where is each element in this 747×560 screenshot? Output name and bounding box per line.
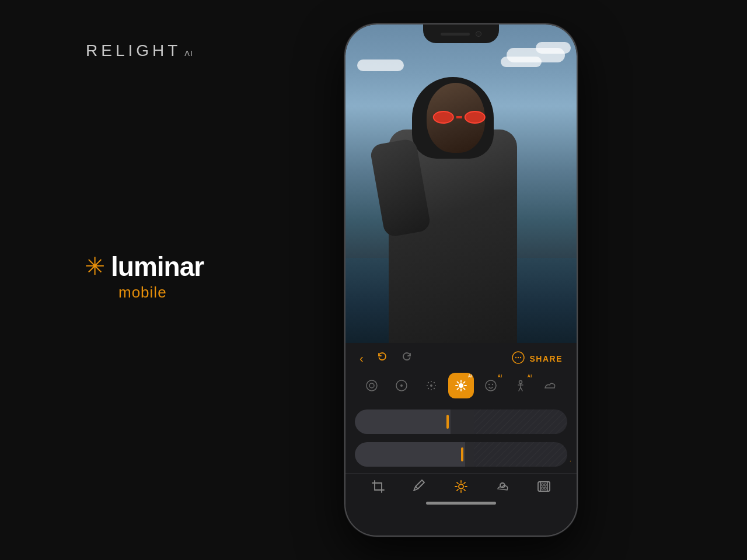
- svg-point-29: [519, 381, 522, 384]
- luminar-mobile-label: mobile: [118, 284, 204, 302]
- ai-superscript: AI: [184, 49, 193, 58]
- svg-point-7: [400, 384, 403, 387]
- tool-adjust[interactable]: [359, 373, 385, 398]
- svg-point-2: [518, 357, 519, 358]
- nav-light[interactable]: [454, 480, 468, 494]
- svg-rect-64: [542, 487, 543, 489]
- svg-line-57: [457, 489, 458, 491]
- notch-camera: [476, 31, 481, 37]
- phone-frame: ‹: [344, 23, 578, 537]
- slider-fill-left-1: [355, 410, 451, 434]
- svg-point-15: [427, 385, 428, 386]
- phone-mockup: ‹: [344, 23, 578, 537]
- svg-point-9: [428, 382, 429, 383]
- svg-point-17: [459, 383, 463, 388]
- bottom-nav: [345, 473, 577, 497]
- phone-screen: ‹: [345, 24, 577, 536]
- svg-point-10: [434, 382, 435, 383]
- svg-line-24: [463, 382, 465, 383]
- nav-weather[interactable]: [495, 480, 509, 494]
- svg-line-56: [464, 482, 465, 484]
- notch-speaker: [441, 33, 470, 36]
- svg-point-27: [488, 384, 490, 385]
- ai-badge-pose: AI: [528, 374, 532, 378]
- luminar-logo-top: ✳ luminar: [85, 251, 204, 282]
- svg-point-12: [434, 388, 435, 389]
- relight-ai-label: RELIGHT AI: [86, 41, 193, 60]
- svg-line-33: [521, 387, 522, 391]
- share-label: SHARE: [529, 354, 563, 363]
- tool-circle[interactable]: [389, 373, 414, 398]
- svg-rect-59: [538, 482, 550, 491]
- nav-erase[interactable]: [413, 480, 427, 494]
- slider-thumb-2[interactable]: [461, 447, 463, 461]
- svg-point-5: [369, 383, 374, 388]
- ai-badge: AI: [468, 374, 473, 378]
- svg-point-1: [515, 357, 516, 358]
- home-indicator: [426, 502, 496, 505]
- svg-point-8: [430, 384, 432, 387]
- luminar-logo: ✳ luminar mobile: [85, 251, 204, 302]
- svg-line-38: [566, 461, 571, 461]
- sliders-area: [345, 403, 577, 473]
- toolbar-left-controls: ‹: [359, 351, 413, 366]
- svg-point-3: [520, 357, 521, 358]
- luminar-star-icon: ✳: [85, 254, 105, 279]
- svg-rect-62: [542, 484, 543, 486]
- svg-line-55: [464, 489, 465, 491]
- slider-fill-left-2: [355, 442, 465, 467]
- sunglass-bridge: [456, 116, 462, 118]
- sunglass-left-lens: [433, 111, 454, 124]
- svg-point-28: [492, 384, 493, 385]
- undo-button[interactable]: [376, 351, 388, 366]
- redo-button[interactable]: [401, 351, 413, 366]
- phone-notch: [423, 24, 499, 43]
- tool-relight[interactable]: AI: [448, 373, 474, 398]
- svg-point-26: [486, 380, 496, 391]
- svg-rect-63: [544, 484, 546, 486]
- ai-badge-face: AI: [498, 374, 502, 378]
- more-icon: [512, 351, 525, 366]
- svg-point-13: [431, 381, 432, 382]
- sunglasses: [433, 111, 486, 124]
- bottom-panel: ‹: [345, 343, 577, 536]
- svg-line-54: [457, 482, 458, 484]
- svg-line-37: [564, 460, 571, 462]
- svg-rect-65: [544, 487, 546, 489]
- toolbar-row: ‹: [345, 343, 577, 369]
- nav-film[interactable]: [537, 480, 551, 494]
- svg-point-4: [366, 380, 377, 391]
- svg-line-25: [457, 388, 458, 390]
- svg-line-32: [519, 387, 521, 391]
- svg-point-11: [428, 388, 429, 389]
- sunglass-right-lens: [465, 111, 486, 124]
- svg-point-14: [431, 389, 432, 390]
- share-button[interactable]: SHARE: [512, 351, 563, 366]
- nav-crop[interactable]: [371, 480, 385, 494]
- person-silhouette: [371, 60, 535, 351]
- slider-thumb-1[interactable]: [446, 415, 449, 429]
- cloud-3: [536, 42, 571, 54]
- photo-area: [345, 24, 577, 351]
- tool-particles[interactable]: [418, 373, 444, 398]
- svg-line-22: [457, 382, 458, 383]
- svg-point-49: [459, 484, 463, 489]
- dial-gauge[interactable]: [495, 391, 571, 461]
- svg-line-23: [463, 388, 465, 390]
- back-button[interactable]: ‹: [359, 352, 364, 365]
- luminar-brand-name: luminar: [111, 251, 204, 282]
- relight-text: RELIGHT: [86, 41, 181, 60]
- svg-point-16: [435, 385, 436, 386]
